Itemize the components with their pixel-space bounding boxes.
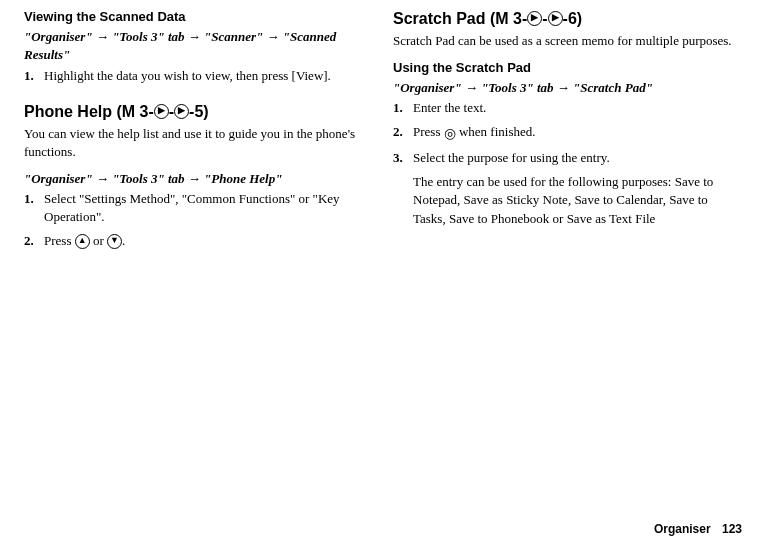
step-number: 1. (24, 190, 44, 208)
step-text: Select the purpose for using the entry. (413, 149, 742, 167)
crumb: "Scanner" (204, 29, 263, 44)
step: 2. Press or . (24, 232, 373, 250)
crumb: "Tools 3" tab (112, 29, 184, 44)
phone-help-breadcrumb: "Organiser" → "Tools 3" tab → "Phone Hel… (24, 170, 373, 188)
left-column: Viewing the Scanned Data "Organiser" → "… (24, 8, 373, 256)
scanned-breadcrumb: "Organiser" → "Tools 3" tab → "Scanner" … (24, 28, 373, 64)
crumb: "Organiser" (24, 29, 93, 44)
step-number: 1. (24, 67, 44, 85)
phone-help-steps: 1. Select "Settings Method", "Common Fun… (24, 190, 373, 251)
right-column: Scratch Pad (M 3---6) Scratch Pad can be… (393, 8, 742, 256)
step-text: Press or . (44, 232, 373, 250)
step: 1. Select "Settings Method", "Common Fun… (24, 190, 373, 226)
phone-help-intro: You can view the help list and use it to… (24, 125, 373, 161)
section-phone-help: Phone Help (M 3---5) You can view the he… (24, 101, 373, 251)
right-arrow-icon (527, 11, 542, 26)
crumb: "Tools 3" tab (112, 171, 184, 186)
footer-label: Organiser (654, 522, 711, 536)
right-arrow-icon (548, 11, 563, 26)
crumb: "Scratch Pad" (573, 80, 653, 95)
section-scanned-data: Viewing the Scanned Data "Organiser" → "… (24, 8, 373, 85)
step-number: 2. (393, 123, 413, 141)
step: 2. Press when finished. (393, 123, 742, 143)
scratch-intro: Scratch Pad can be used as a screen memo… (393, 32, 742, 50)
menu-code: (M 3---6) (490, 10, 582, 27)
crumb: "Tools 3" tab (481, 80, 553, 95)
up-arrow-icon (75, 234, 90, 249)
scratch-note: The entry can be used for the following … (413, 173, 742, 228)
center-key-icon (444, 123, 456, 143)
step: 1. Highlight the data you wish to view, … (24, 67, 373, 85)
footer-page: 123 (722, 522, 742, 536)
step-number: 3. (393, 149, 413, 167)
scratch-steps: 1. Enter the text. 2. Press when finishe… (393, 99, 742, 167)
step-number: 1. (393, 99, 413, 117)
step-text: Select "Settings Method", "Common Functi… (44, 190, 373, 226)
page-footer: Organiser 123 (654, 521, 742, 538)
scratch-breadcrumb: "Organiser" → "Tools 3" tab → "Scratch P… (393, 79, 742, 97)
menu-code: (M 3---5) (116, 103, 208, 120)
crumb: "Organiser" (393, 80, 462, 95)
phone-help-heading: Phone Help (M 3---5) (24, 101, 373, 123)
right-arrow-icon (174, 104, 189, 119)
heading-title: Scratch Pad (393, 10, 490, 27)
step: 1. Enter the text. (393, 99, 742, 117)
right-arrow-icon (154, 104, 169, 119)
scanned-steps: 1. Highlight the data you wish to view, … (24, 67, 373, 85)
crumb: "Phone Help" (204, 171, 282, 186)
down-arrow-icon (107, 234, 122, 249)
step-text: Highlight the data you wish to view, the… (44, 67, 373, 85)
scanned-heading: Viewing the Scanned Data (24, 8, 373, 26)
crumb: "Organiser" (24, 171, 93, 186)
step-number: 2. (24, 232, 44, 250)
heading-title: Phone Help (24, 103, 116, 120)
scratch-pad-heading: Scratch Pad (M 3---6) (393, 8, 742, 30)
step-text: Press when finished. (413, 123, 742, 143)
step-text: Enter the text. (413, 99, 742, 117)
step: 3. Select the purpose for using the entr… (393, 149, 742, 167)
using-heading: Using the Scratch Pad (393, 59, 742, 77)
section-scratch-pad: Scratch Pad (M 3---6) Scratch Pad can be… (393, 8, 742, 228)
